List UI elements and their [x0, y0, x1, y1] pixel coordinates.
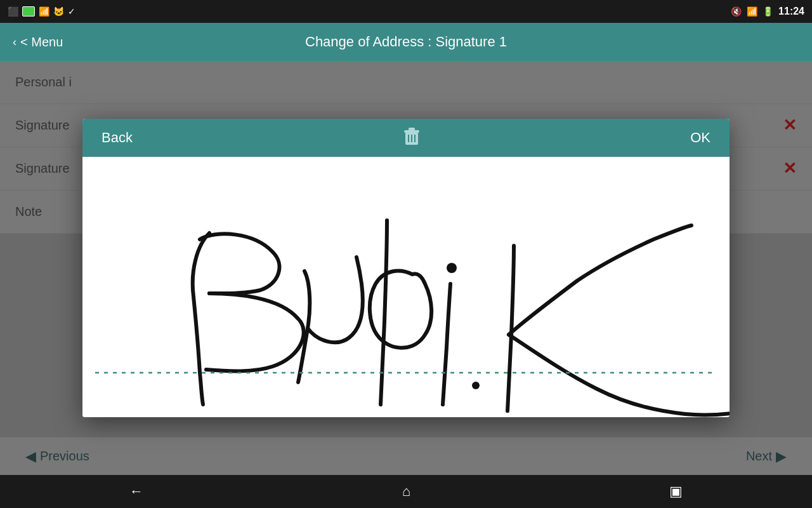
- battery-icon: 78: [22, 6, 35, 17]
- status-bar: ⬛ 78 📶 🐱 ✓ 🔇 📶 🔋 11:24: [0, 0, 812, 23]
- back-system-icon[interactable]: ←: [129, 483, 143, 500]
- svg-point-6: [447, 263, 457, 273]
- signature-modal: Back OK: [82, 119, 730, 417]
- home-system-icon[interactable]: ⌂: [402, 483, 410, 500]
- check-icon: ✓: [68, 6, 75, 17]
- trash-icon: [403, 126, 421, 146]
- modal-back-button[interactable]: Back: [102, 130, 133, 146]
- menu-label[interactable]: < Menu: [20, 35, 63, 50]
- screen-icon: ⬛: [8, 6, 18, 17]
- modal-header: Back OK: [82, 119, 730, 157]
- top-nav: ‹ < Menu Change of Address : Signature 1: [0, 23, 812, 61]
- signature-svg: [82, 157, 730, 417]
- cat-icon: 🐱: [53, 6, 64, 17]
- page-title: Change of Address : Signature 1: [305, 34, 507, 50]
- modal-trash-button[interactable]: [403, 126, 421, 150]
- battery-full-icon: 🔋: [763, 6, 773, 17]
- mute-icon: 🔇: [731, 6, 742, 17]
- system-nav: ← ⌂ ▣: [0, 475, 812, 508]
- status-right: 🔇 📶 🔋 11:24: [731, 6, 804, 17]
- status-icons-left: ⬛ 78 📶 🐱 ✓: [8, 6, 75, 17]
- modal-overlay: Back OK: [0, 61, 812, 475]
- clock: 11:24: [778, 6, 804, 17]
- signal-icon: 📶: [39, 6, 49, 17]
- recent-system-icon[interactable]: ▣: [669, 483, 683, 500]
- menu-button[interactable]: ‹ < Menu: [13, 35, 63, 50]
- wifi-icon: 📶: [747, 6, 757, 17]
- signature-area[interactable]: [82, 157, 730, 417]
- svg-point-7: [472, 382, 480, 389]
- modal-ok-button[interactable]: OK: [690, 130, 710, 146]
- svg-rect-2: [409, 128, 415, 131]
- back-chevron-icon: ‹: [13, 36, 16, 49]
